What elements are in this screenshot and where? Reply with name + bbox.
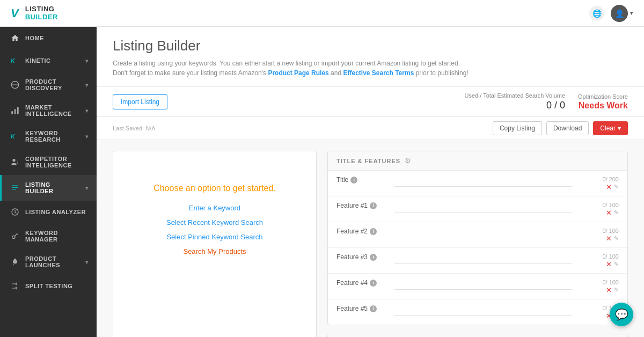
sidebar: Home K Kinetic ▾ Product Discovery ▾ Mar… [0,27,97,337]
field-label: Feature #3 [336,253,368,261]
sidebar-item-label: Market Intelligence [25,104,80,117]
svg-text:K: K [11,57,16,64]
info-icon[interactable]: i [370,254,377,261]
sidebar-item-market-intelligence[interactable]: Market Intelligence ▾ [0,98,97,123]
chevron-icon: ▾ [85,108,89,114]
right-panel: TITLE & FEATURES ⚙ Title i 0/ 20 [327,151,628,337]
edit-icon[interactable]: ✎ [614,184,619,191]
chat-button[interactable]: 💬 [610,303,633,326]
content-area: Choose an option to get started. Enter a… [97,140,644,337]
char-count: 0/ 100 [602,202,619,208]
field-right: 0/ 100 ✕ ✎ [576,279,619,294]
field-input-area [394,202,572,213]
sidebar-item-label: Keyword Research [25,130,80,143]
svg-rect-8 [12,185,18,186]
last-saved: Last Saved: N/A [113,125,156,131]
edit-icon[interactable]: ✎ [614,287,619,294]
import-listing-button[interactable]: Import Listing [113,94,167,109]
feature2-input[interactable] [394,228,572,238]
char-count: 0/ 200 [602,176,619,182]
globe-icon[interactable]: 🌐 [589,6,604,21]
gear-icon[interactable]: ⚙ [405,157,411,165]
chevron-icon: ▾ [85,259,89,265]
search-volume-value: 0 / 0 [465,100,566,111]
sidebar-item-listing-analyzer[interactable]: Listing Analyzer [0,201,97,223]
sidebar-item-product-launches[interactable]: Product Launches ▾ [0,249,97,275]
chevron-icon: ▾ [85,82,89,88]
info-icon[interactable]: i [350,177,357,184]
sidebar-item-label: Listing Builder [25,181,80,194]
sidebar-item-home[interactable]: Home [0,27,97,49]
clear-icon[interactable]: ✕ [606,261,612,268]
info-icon[interactable]: i [370,280,377,287]
info-icon[interactable]: i [370,305,377,312]
field-actions: ✕ ✎ [606,261,619,268]
clear-icon[interactable]: ✕ [606,184,612,191]
field-input-area [394,253,572,264]
my-products-link[interactable]: Search My Products [183,247,246,255]
field-right: 0/ 200 ✕ ✎ [576,176,619,191]
svg-rect-5 [17,107,19,114]
sidebar-item-listing-builder[interactable]: Listing Builder ▾ [0,175,97,201]
toolbar: Import Listing Used / Total Estimated Se… [97,87,644,117]
copy-listing-button[interactable]: Copy Listing [493,121,542,135]
description-section: DESCRIPTION ⚙ Description i 0/ 2 [327,334,628,337]
clear-button[interactable]: Clear ▾ [593,121,628,135]
feature3-input[interactable] [394,254,572,264]
logo-v-icon: V [11,6,19,20]
feature1-input[interactable] [394,202,572,213]
field-right: 0/ 100 ✕ ✎ [576,202,619,216]
top-nav: V LISTING BUILDER 🌐 👤 ▾ [0,0,644,27]
optimization-score-label: Optimization Score [578,93,628,100]
kinetic-icon: K [10,56,20,65]
listing-builder-icon [10,183,20,193]
svg-rect-3 [11,111,13,114]
field-input-area [394,279,572,290]
enter-keyword-link[interactable]: Enter a Keyword [189,204,240,212]
search-volume-block: Used / Total Estimated Search Volume 0 /… [465,92,566,111]
field-actions: ✕ ✎ [606,184,619,191]
field-label: Feature #5 [336,305,368,312]
split-testing-icon [10,281,20,291]
edit-icon[interactable]: ✎ [614,261,619,268]
optimization-score-value: Needs Work [578,101,628,111]
toolbar-right: Used / Total Estimated Search Volume 0 /… [465,92,628,111]
sidebar-item-keyword-research[interactable]: K Keyword Research ▾ [0,123,97,149]
title-input[interactable] [394,177,572,187]
effective-search-terms-link[interactable]: Effective Search Terms [343,69,414,77]
sidebar-item-label: Competitor Intelligence [25,156,88,169]
page-title: Listing Builder [113,38,628,54]
app-body: Home K Kinetic ▾ Product Discovery ▾ Mar… [0,27,644,337]
sidebar-item-label: Keyword Manager [25,230,88,243]
feature4-input[interactable] [394,280,572,290]
field-actions: ✕ ✎ [606,209,619,216]
field-label: Feature #1 [336,202,368,209]
field-input-area [394,176,572,187]
sidebar-item-split-testing[interactable]: Split Testing [0,275,97,297]
feature5-input[interactable] [394,305,572,316]
download-button[interactable]: Download [546,121,589,135]
product-page-rules-link[interactable]: Product Page Rules [268,69,328,77]
recent-keyword-search-link[interactable]: Select Recent Keyword Search [166,218,263,226]
sidebar-item-kinetic[interactable]: K Kinetic ▾ [0,49,97,72]
sidebar-item-product-discovery[interactable]: Product Discovery ▾ [0,72,97,98]
info-icon[interactable]: i [370,202,377,209]
clear-icon[interactable]: ✕ [606,209,612,216]
user-menu[interactable]: 👤 ▾ [611,5,633,22]
sidebar-item-competitor-intelligence[interactable]: Competitor Intelligence [0,149,97,175]
avatar[interactable]: 👤 [611,5,628,22]
edit-icon[interactable]: ✎ [614,235,619,242]
field-label: Feature #2 [336,228,368,235]
my-products-highlight: My Products [207,247,246,255]
left-panel: Choose an option to get started. Enter a… [113,151,317,337]
pinned-keyword-search-link[interactable]: Select Pinned Keyword Search [166,233,262,241]
edit-icon[interactable]: ✎ [614,209,619,216]
info-icon[interactable]: i [370,228,377,235]
sidebar-item-keyword-manager[interactable]: Keyword Manager [0,223,97,249]
clear-icon[interactable]: ✕ [606,235,612,242]
sidebar-item-label: Product Discovery [25,78,80,91]
product-launches-icon [10,257,20,267]
svg-rect-4 [14,109,16,114]
clear-icon[interactable]: ✕ [606,287,612,294]
field-right: 0/ 100 ✕ ✎ [576,228,619,242]
